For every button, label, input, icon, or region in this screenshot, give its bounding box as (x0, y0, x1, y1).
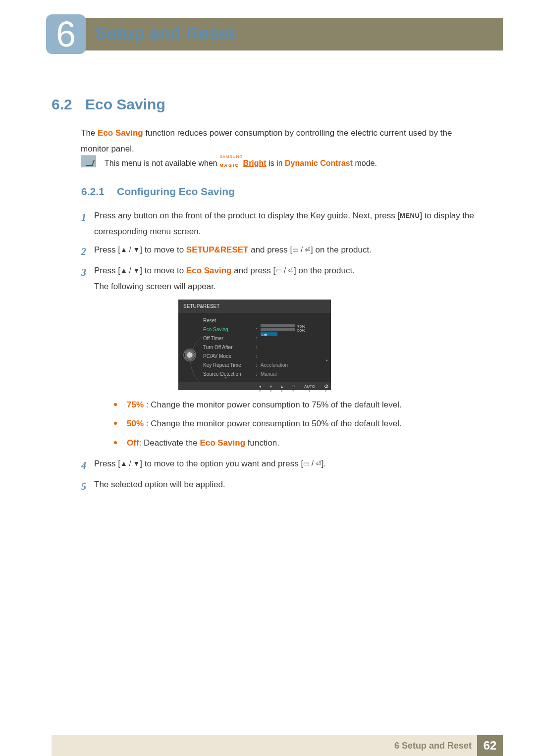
osd-colon: : (256, 325, 261, 334)
section-title: Eco Saving (85, 96, 165, 113)
bullet-keyword: 50% (127, 419, 144, 428)
magic-magic-label: MAGIC (219, 163, 239, 168)
steps-list: 1 Press any button on the front of the p… (81, 208, 482, 498)
step-text: ] to move to (140, 245, 186, 254)
enter-icon: ▭ / ⏎ (275, 266, 294, 274)
subsection-number: 6.2.1 (81, 186, 117, 198)
step-4: 4 Press [▲ / ▼] to move to the option yo… (81, 456, 482, 475)
osd-option-50: 50% (297, 327, 305, 334)
bullet-text: : Deactivate the (139, 438, 200, 448)
bullet-suffix: function. (245, 438, 279, 448)
osd-colon: : (256, 352, 261, 361)
step-text: Press [ (94, 266, 120, 275)
step-following-text: The following screen will appear. (94, 279, 482, 295)
bullet-off: Off: Deactivate the Eco Saving function. (114, 435, 482, 451)
subsection-title: Configuring Eco Saving (117, 186, 235, 198)
bullet-text: : Change the monitor power consumption t… (144, 400, 402, 409)
footer-page-number: 62 (477, 735, 503, 756)
step-text: and press [ (231, 266, 275, 275)
step-text: Press [ (94, 245, 120, 254)
chevron-right-icon: ▸ (326, 356, 328, 364)
note-suffix: mode. (353, 159, 377, 167)
step-body: Press [▲ / ▼] to move to SETUP&RESET and… (94, 242, 482, 261)
osd-item-reset: Reset (203, 316, 256, 325)
step-body: Press [▲ / ▼] to move to Eco Saving and … (94, 263, 482, 454)
osd-colon: : (256, 369, 261, 379)
step-text: ] to move to the option you want and pre… (140, 459, 303, 468)
osd-footer-down-icon: ▾ (270, 383, 272, 390)
osd-footer: ◂ ▾ ▴ ⏎ AUTO ⏻ (178, 382, 331, 390)
osd-colon: : (256, 360, 261, 370)
osd-footer-auto: AUTO (304, 383, 315, 390)
step-body: Press any button on the front of the pro… (94, 208, 482, 240)
section-number: 6.2 (52, 96, 85, 113)
step-text: ] to move to (140, 266, 186, 275)
magic-samsung-label: SAMSUNG (219, 154, 243, 159)
step-number: 2 (81, 242, 94, 261)
step-2: 2 Press [▲ / ▼] to move to SETUP&RESET a… (81, 242, 482, 261)
note-text: This menu is not available when SAMSUNGM… (105, 155, 377, 168)
note-prefix: This menu is not available when (105, 159, 219, 167)
osd-value-key-repeat: Acceleration (261, 360, 288, 370)
osd-bar-75 (261, 324, 295, 327)
step-number: 5 (81, 477, 94, 496)
osd-eco-options: 75% 50% Off (261, 324, 315, 335)
step-number: 4 (81, 456, 94, 475)
magic-bright-label: Bright (243, 159, 267, 167)
section-heading: 6.2 Eco Saving (52, 96, 503, 113)
bullet-dot-icon (114, 403, 117, 406)
intro-prefix: The (81, 128, 98, 138)
osd-screenshot: SETUP&RESET Reset Eco Saving : (178, 300, 331, 390)
bullet-keyword: Off (127, 438, 139, 448)
intro-feature: Eco Saving (98, 128, 143, 138)
up-down-arrows-icon: ▲ / ▼ (120, 246, 140, 253)
step-5: 5 The selected option will be applied. (81, 477, 482, 496)
step-text: ]. (321, 459, 326, 468)
dynamic-contrast-label: Dynamic Contrast (285, 159, 353, 167)
step-body: Press [▲ / ▼] to move to the option you … (94, 456, 482, 475)
enter-icon: ▭ / ⏎ (292, 246, 311, 253)
bullet-50: 50% : Change the monitor power consumpti… (114, 416, 482, 432)
note-row: This menu is not available when SAMSUNGM… (81, 155, 482, 168)
osd-footer-up-icon: ▴ (281, 383, 283, 390)
osd-value-source-detection: Manual (261, 369, 277, 379)
step-number: 3 (81, 263, 94, 454)
osd-colon: : (256, 343, 261, 352)
osd-title: SETUP&RESET (178, 300, 331, 313)
step-text: ] on the product. (311, 245, 372, 254)
note-middle: is in (267, 159, 285, 167)
osd-colon: : (256, 334, 261, 343)
bullet-dot-icon (114, 441, 117, 444)
section-intro: The Eco Saving function reduces power co… (81, 125, 482, 157)
bullet-keyword-2: Eco Saving (200, 438, 245, 448)
menu-key-label: MENU (400, 212, 420, 219)
osd-footer-enter-icon: ⏎ (292, 383, 295, 390)
osd-footer-power-icon: ⏻ (324, 383, 328, 390)
osd-option-off: Off (262, 331, 267, 339)
step-number: 1 (81, 208, 94, 240)
bullet-75: 75% : Change the monitor power consumpti… (114, 397, 482, 413)
step-1: 1 Press any button on the front of the p… (81, 208, 482, 240)
osd-body: Reset Eco Saving : 75% 50% Off (178, 313, 331, 390)
step-text: Press any button on the front of the pro… (94, 211, 400, 220)
chapter-number-badge: 6 (46, 14, 86, 54)
step-keyword: Eco Saving (186, 266, 232, 275)
option-bullet-list: 75% : Change the monitor power consumpti… (114, 397, 482, 451)
bullet-text: : Change the monitor power consumption t… (144, 419, 402, 428)
step-3: 3 Press [▲ / ▼] to move to Eco Saving an… (81, 263, 482, 454)
up-down-arrows-icon: ▲ / ▼ (120, 266, 140, 274)
enter-icon: ▭ / ⏎ (303, 459, 321, 467)
bullet-keyword: 75% (127, 400, 144, 409)
chevron-down-icon: ▾ (225, 374, 227, 381)
bullet-dot-icon (114, 422, 117, 425)
note-icon (81, 155, 96, 167)
osd-bar-50 (261, 328, 295, 331)
step-body: The selected option will be applied. (94, 477, 482, 496)
footer-chapter-title: 6 Setup and Reset (394, 741, 472, 751)
subsection-heading: 6.2.1 Configuring Eco Saving (81, 186, 235, 198)
step-text: Press [ (94, 459, 120, 468)
osd-arc-decoration (190, 331, 250, 390)
step-text: ] on the product. (294, 266, 355, 275)
osd-footer-back-icon: ◂ (259, 383, 261, 390)
gear-icon (183, 349, 196, 361)
